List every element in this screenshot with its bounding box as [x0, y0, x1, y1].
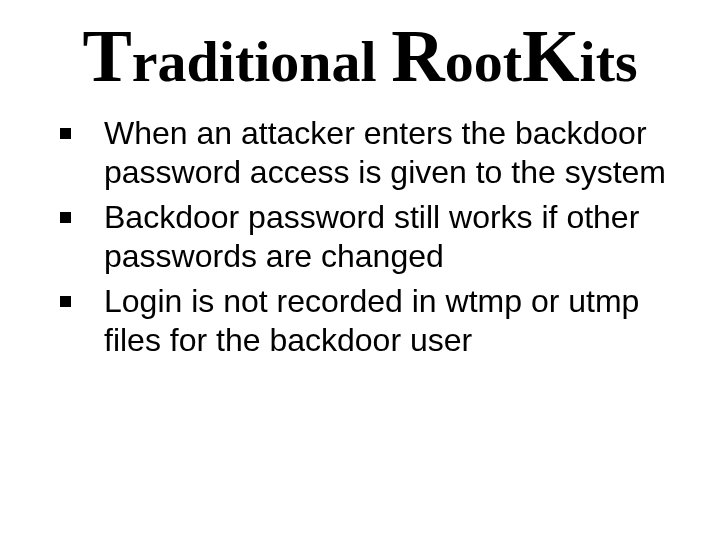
slide: Traditional RootKits When an attacker en… [0, 0, 720, 540]
list-item: When an attacker enters the backdoor pas… [58, 114, 666, 192]
bullet-list: When an attacker enters the backdoor pas… [48, 114, 672, 360]
title-rest-3: its [580, 29, 638, 94]
bullet-text: Login is not recorded in wtmp or utmp fi… [104, 283, 639, 358]
square-bullet-icon [60, 296, 71, 307]
bullet-text: When an attacker enters the backdoor pas… [104, 115, 666, 190]
bullet-text: Backdoor password still works if other p… [104, 199, 639, 274]
title-cap-3: K [522, 15, 580, 97]
title-cap-2: R [391, 15, 444, 97]
square-bullet-icon [60, 128, 71, 139]
title-cap-1: T [82, 15, 131, 97]
slide-title: Traditional RootKits [48, 18, 672, 96]
title-rest-2: oot [445, 29, 522, 94]
list-item: Backdoor password still works if other p… [58, 198, 666, 276]
title-rest-1: raditional [132, 29, 377, 94]
list-item: Login is not recorded in wtmp or utmp fi… [58, 282, 666, 360]
square-bullet-icon [60, 212, 71, 223]
